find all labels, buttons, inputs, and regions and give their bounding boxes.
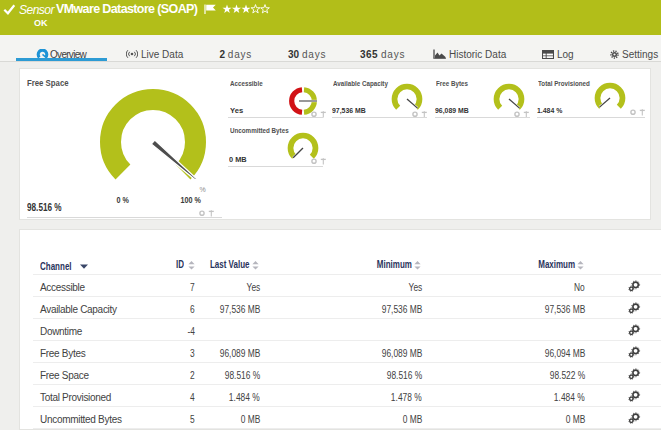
svg-text:%: % xyxy=(200,186,206,193)
